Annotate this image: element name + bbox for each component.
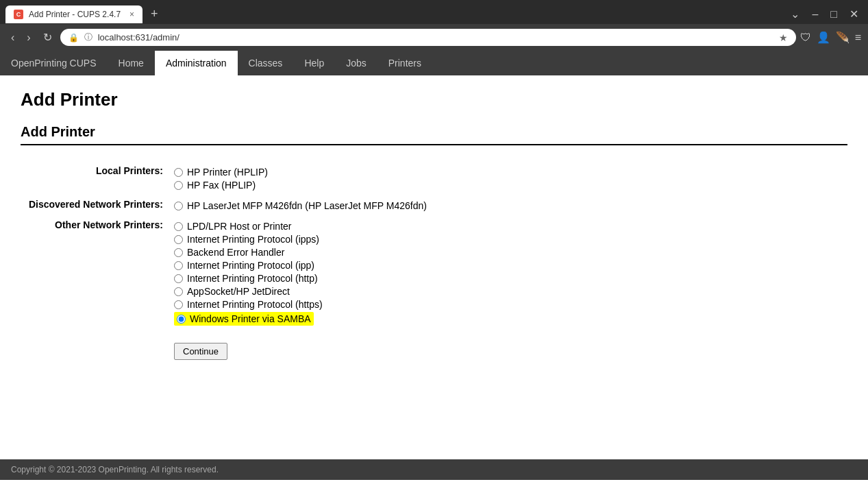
- label-lpd[interactable]: LPD/LPR Host or Printer: [187, 221, 292, 232]
- label-backend-error[interactable]: Backend Error Handler: [187, 247, 284, 258]
- nav-help[interactable]: Help: [293, 51, 335, 75]
- account-icon[interactable]: 👤: [817, 31, 830, 44]
- page-footer: Copyright © 2021-2023 OpenPrinting. All …: [0, 459, 868, 480]
- radio-hpfax[interactable]: [174, 181, 183, 190]
- printer-option-https: Internet Printing Protocol (https): [174, 299, 842, 310]
- printer-form: Local Printers: HP Printer (HPLIP) HP Fa…: [21, 162, 847, 363]
- maximize-button[interactable]: □: [826, 5, 841, 23]
- browser-tab[interactable]: C Add Printer - CUPS 2.4.7 ×: [5, 5, 142, 23]
- local-printers-options: HP Printer (HPLIP) HP Fax (HPLIP): [171, 162, 847, 195]
- radio-https[interactable]: [174, 300, 183, 309]
- samba-highlight: Windows Printer via SAMBA: [174, 312, 314, 326]
- page-content: Add Printer Add Printer Local Printers: …: [0, 75, 868, 459]
- security-icon: 🔒: [69, 33, 79, 43]
- discovered-printers-options: HP LaserJet MFP M426fdn (HP LaserJet MFP…: [171, 195, 847, 216]
- back-button[interactable]: ‹: [7, 29, 18, 47]
- printer-option-lpd: LPD/LPR Host or Printer: [174, 221, 842, 232]
- continue-row: Continue: [21, 330, 847, 363]
- radio-backend-error[interactable]: [174, 248, 183, 257]
- label-hp-laserjet[interactable]: HP LaserJet MFP M426fdn (HP LaserJet MFP…: [187, 200, 427, 211]
- footer-text: Copyright © 2021-2023 OpenPrinting. All …: [11, 465, 219, 474]
- label-http[interactable]: Internet Printing Protocol (http): [187, 273, 318, 284]
- nav-classes[interactable]: Classes: [238, 51, 294, 75]
- label-samba[interactable]: Windows Printer via SAMBA: [190, 313, 311, 324]
- discovered-printers-row: Discovered Network Printers: HP LaserJet…: [21, 195, 847, 216]
- tab-close-button[interactable]: ×: [129, 10, 134, 19]
- menu-icon[interactable]: ≡: [855, 32, 861, 44]
- bookmark-icon[interactable]: ★: [779, 32, 788, 43]
- printer-option-http: Internet Printing Protocol (http): [174, 273, 842, 284]
- radio-hp-laserjet[interactable]: [174, 202, 183, 210]
- app-brand: OpenPrinting CUPS: [0, 51, 108, 75]
- nav-jobs[interactable]: Jobs: [335, 51, 377, 75]
- other-printers-options: LPD/LPR Host or Printer Internet Printin…: [171, 216, 847, 330]
- app-navigation: OpenPrinting CUPS Home Administration Cl…: [0, 51, 868, 75]
- label-appsocket[interactable]: AppSocket/HP JetDirect: [187, 286, 290, 297]
- label-hplip[interactable]: HP Printer (HPLIP): [187, 167, 268, 178]
- other-printers-label: Other Network Printers:: [21, 216, 171, 330]
- url-display: localhost:631/admin/: [98, 32, 773, 43]
- minimize-button[interactable]: –: [808, 5, 822, 23]
- label-ipp[interactable]: Internet Printing Protocol (ipp): [187, 260, 314, 271]
- address-bar[interactable]: 🔒 ⓘ localhost:631/admin/ ★: [60, 29, 796, 46]
- browser-window: C Add Printer - CUPS 2.4.7 × + ⌄ – □ ✕ ‹…: [0, 0, 868, 75]
- printer-option-ipp: Internet Printing Protocol (ipp): [174, 260, 842, 271]
- other-printers-row: Other Network Printers: LPD/LPR Host or …: [21, 216, 847, 330]
- tab-bar: C Add Printer - CUPS 2.4.7 × + ⌄ – □ ✕: [0, 0, 868, 24]
- discovered-printers-label: Discovered Network Printers:: [21, 195, 171, 216]
- tab-list-button[interactable]: ⌄: [786, 5, 804, 23]
- local-printers-row: Local Printers: HP Printer (HPLIP) HP Fa…: [21, 162, 847, 195]
- printer-option-hpfax: HP Fax (HPLIP): [174, 180, 842, 191]
- forward-button[interactable]: ›: [23, 29, 34, 47]
- radio-hplip[interactable]: [174, 168, 183, 177]
- radio-samba[interactable]: [177, 315, 186, 324]
- nav-home[interactable]: Home: [108, 51, 155, 75]
- printer-option-hplip: HP Printer (HPLIP): [174, 167, 842, 178]
- continue-button[interactable]: Continue: [174, 343, 227, 360]
- browser-nav-bar: ‹ › ↻ 🔒 ⓘ localhost:631/admin/ ★ 🛡 👤 🪶 ≡: [0, 24, 868, 51]
- tab-bar-right: ⌄ – □ ✕: [786, 5, 863, 23]
- page-main-title: Add Printer: [21, 89, 847, 110]
- tab-title: Add Printer - CUPS 2.4.7: [29, 10, 121, 19]
- radio-http[interactable]: [174, 274, 183, 283]
- page-info-icon: ⓘ: [84, 32, 92, 43]
- label-hpfax[interactable]: HP Fax (HPLIP): [187, 180, 256, 191]
- printer-option-samba: Windows Printer via SAMBA: [174, 312, 842, 326]
- reload-button[interactable]: ↻: [39, 28, 56, 47]
- nav-printers[interactable]: Printers: [377, 51, 432, 75]
- printer-option-backend-error: Backend Error Handler: [174, 247, 842, 258]
- printer-option-appsocket: AppSocket/HP JetDirect: [174, 286, 842, 297]
- radio-appsocket[interactable]: [174, 287, 183, 296]
- radio-ipps[interactable]: [174, 235, 183, 244]
- radio-ipp[interactable]: [174, 261, 183, 270]
- printer-option-ipps: Internet Printing Protocol (ipps): [174, 234, 842, 245]
- nav-administration[interactable]: Administration: [155, 51, 238, 75]
- label-https[interactable]: Internet Printing Protocol (https): [187, 299, 323, 310]
- new-tab-button[interactable]: +: [145, 4, 164, 24]
- close-button[interactable]: ✕: [845, 5, 863, 23]
- tab-favicon: C: [14, 10, 23, 19]
- shield-icon[interactable]: 🛡: [800, 32, 811, 44]
- nav-right-icons: 🛡 👤 🪶 ≡: [800, 31, 861, 44]
- radio-lpd[interactable]: [174, 222, 183, 231]
- section-title: Add Printer: [21, 124, 847, 145]
- printer-option-hp-laserjet: HP LaserJet MFP M426fdn (HP LaserJet MFP…: [174, 200, 842, 211]
- extensions-icon[interactable]: 🪶: [836, 31, 850, 44]
- label-ipps[interactable]: Internet Printing Protocol (ipps): [187, 234, 319, 245]
- local-printers-label: Local Printers:: [21, 162, 171, 195]
